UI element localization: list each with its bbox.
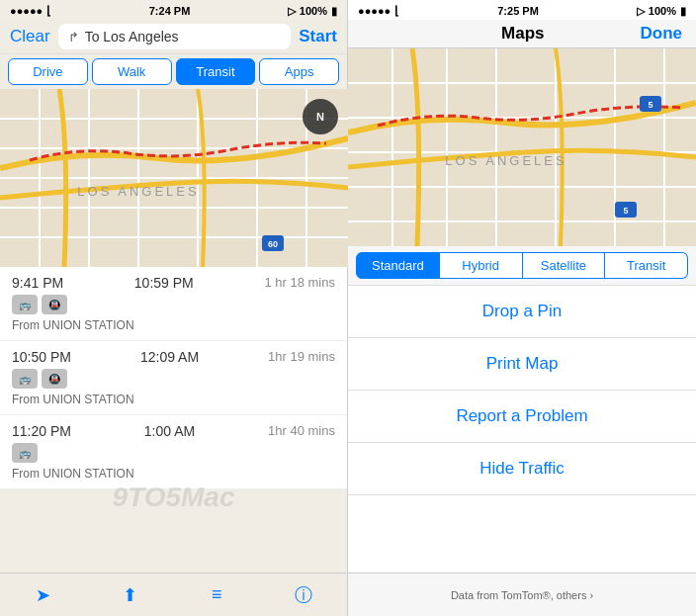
start-button[interactable]: Start <box>299 27 337 46</box>
svg-text:LOS ANGELES: LOS ANGELES <box>77 184 199 199</box>
tab-walk[interactable]: Walk <box>92 58 172 85</box>
arrive-time-1: 10:59 PM <box>134 275 194 291</box>
left-bottom-bar: ➤ ⬆ ≡ ⓘ <box>0 572 347 616</box>
action-list: Drop a Pin Print Map Report a Problem Hi… <box>348 286 696 572</box>
right-wifi-icon: ⌊ <box>394 4 399 18</box>
duration-1: 1 hr 18 mins <box>264 275 335 291</box>
share-icon[interactable]: ⬆ <box>111 579 150 611</box>
from-station-1: From UNION STATION <box>12 318 335 332</box>
depart-time-1: 9:41 PM <box>12 275 63 291</box>
duration-2: 1hr 19 mins <box>268 349 335 365</box>
map-type-transit[interactable]: Transit <box>605 252 688 279</box>
left-map-area[interactable]: 60 LOS ANGELES N <box>0 89 348 267</box>
tab-apps[interactable]: Apps <box>259 58 339 85</box>
table-row[interactable]: 9:41 PM 10:59 PM 1 hr 18 mins 🚌 🚇 From U… <box>0 267 347 341</box>
transit-list: 9:41 PM 10:59 PM 1 hr 18 mins 🚌 🚇 From U… <box>0 267 347 489</box>
left-battery-icon: ▮ <box>331 5 337 18</box>
depart-time-2: 10:50 PM <box>12 349 71 365</box>
right-nav-bar: Maps Done <box>348 20 696 48</box>
left-status-bar: ●●●●● ⌊ 7:24 PM ▷ 100% ▮ <box>0 0 347 20</box>
rail-icon-1b: 🚇 <box>42 295 67 314</box>
done-button[interactable]: Done <box>641 24 683 44</box>
map-type-standard[interactable]: Standard <box>356 252 440 279</box>
right-signal-dots: ●●●●● <box>358 5 391 17</box>
left-status-right: ▷ 100% ▮ <box>288 5 337 18</box>
transit-list-container: 9:41 PM 10:59 PM 1 hr 18 mins 🚌 🚇 From U… <box>0 267 347 572</box>
table-row[interactable]: 11:20 PM 1:00 AM 1hr 40 mins 🚌 From UNIO… <box>0 415 347 489</box>
right-status-right: ▷ 100% ▮ <box>637 5 686 18</box>
right-nav-arrow-icon: ▷ <box>637 5 645 18</box>
arrive-time-2: 12:09 AM <box>140 349 199 365</box>
maps-title: Maps <box>501 24 544 44</box>
right-status-bar: ●●●●● ⌊ 7:25 PM ▷ 100% ▮ <box>348 0 696 20</box>
tab-transit[interactable]: Transit <box>176 58 256 85</box>
bus-icon-3a: 🚌 <box>12 443 38 463</box>
depart-time-3: 11:20 PM <box>12 423 71 439</box>
right-battery-label: 100% <box>649 5 676 17</box>
map-type-satellite[interactable]: Satellite <box>523 252 606 279</box>
right-panel: ●●●●● ⌊ 7:25 PM ▷ 100% ▮ Maps Done <box>348 0 696 616</box>
left-nav-bar: Clear ↱ To Los Angeles Start <box>0 20 347 54</box>
hide-traffic-button[interactable]: Hide Traffic <box>348 443 696 495</box>
location-icon[interactable]: ➤ <box>24 579 63 611</box>
transit-icons-2: 🚌 🚇 <box>12 369 335 389</box>
from-station-3: From UNION STATION <box>12 467 335 481</box>
right-time: 7:25 PM <box>497 5 539 17</box>
info-icon[interactable]: ⓘ <box>284 579 323 611</box>
list-icon[interactable]: ≡ <box>197 579 236 611</box>
drop-pin-button[interactable]: Drop a Pin <box>348 286 696 338</box>
destination-text: To Los Angeles <box>85 29 179 44</box>
turn-icon: ↱ <box>68 30 79 44</box>
table-row[interactable]: 10:50 PM 12:09 AM 1hr 19 mins 🚌 🚇 From U… <box>0 341 347 415</box>
clear-button[interactable]: Clear <box>10 27 50 46</box>
right-map-area[interactable]: 5 5 LOS ANGELES <box>348 48 696 246</box>
left-time: 7:24 PM <box>149 5 191 17</box>
destination-field: ↱ To Los Angeles <box>58 24 292 49</box>
arrive-time-3: 1:00 AM <box>144 423 195 439</box>
right-battery-icon: ▮ <box>680 5 686 18</box>
svg-text:5: 5 <box>648 100 652 110</box>
svg-rect-15 <box>348 48 696 246</box>
left-panel: ●●●●● ⌊ 7:24 PM ▷ 100% ▮ Clear ↱ To Los … <box>0 0 348 616</box>
transit-icons-3: 🚌 <box>12 443 335 463</box>
left-nav-arrow-icon: ▷ <box>288 5 296 18</box>
tab-bar: Drive Walk Transit Apps <box>0 54 347 89</box>
left-battery-label: 100% <box>300 5 327 17</box>
from-station-2: From UNION STATION <box>12 393 335 406</box>
map-type-hybrid[interactable]: Hybrid <box>440 252 523 279</box>
right-footer: Data from TomTom®, others › <box>348 572 696 616</box>
transit-icons-1: 🚌 🚇 <box>12 295 335 314</box>
rail-icon-2b: 🚇 <box>42 369 67 389</box>
svg-text:60: 60 <box>268 239 278 249</box>
bus-icon-1a: 🚌 <box>12 295 38 314</box>
right-status-left: ●●●●● ⌊ <box>358 4 399 18</box>
print-map-button[interactable]: Print Map <box>348 338 696 391</box>
left-status-left: ●●●●● ⌊ <box>10 4 51 18</box>
svg-text:5: 5 <box>623 206 628 216</box>
tab-drive[interactable]: Drive <box>8 58 88 85</box>
left-wifi-icon: ⌊ <box>46 4 51 18</box>
left-signal-dots: ●●●●● <box>10 5 43 17</box>
map-type-bar: Standard Hybrid Satellite Transit <box>348 246 696 286</box>
report-problem-button[interactable]: Report a Problem <box>348 391 696 443</box>
compass-icon[interactable]: N <box>303 99 338 134</box>
duration-3: 1hr 40 mins <box>268 423 335 439</box>
bus-icon-2a: 🚌 <box>12 369 38 389</box>
footer-text: Data from TomTom®, others › <box>451 589 593 601</box>
svg-text:LOS ANGELES: LOS ANGELES <box>445 153 566 168</box>
